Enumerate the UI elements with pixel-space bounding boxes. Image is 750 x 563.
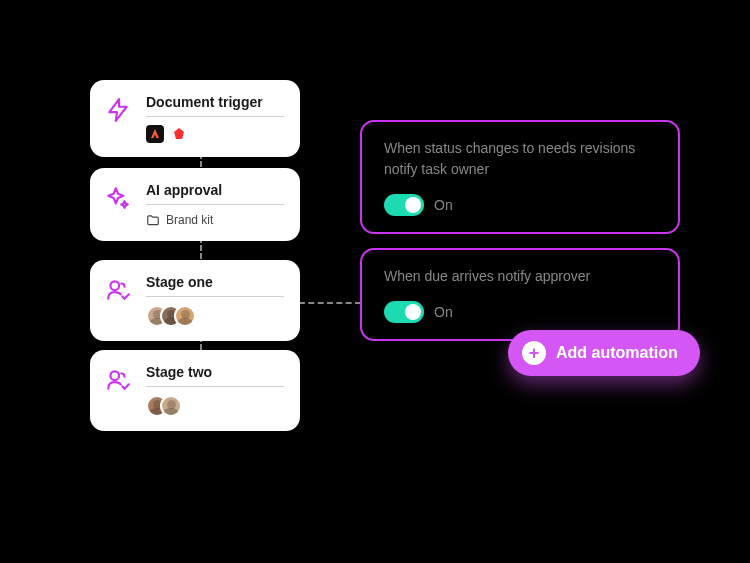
toggle-row: On: [384, 194, 656, 216]
svg-point-0: [110, 281, 119, 290]
automation-description: When status changes to needs revisions n…: [384, 138, 656, 180]
stage-content: Document trigger: [146, 94, 284, 143]
add-automation-button[interactable]: + Add automation: [508, 330, 700, 376]
stage-title: Stage one: [146, 274, 284, 297]
add-button-label: Add automation: [556, 344, 678, 362]
stage-card-trigger[interactable]: Document trigger: [90, 80, 300, 157]
user-check-icon: [104, 366, 132, 394]
stage-title: Stage two: [146, 364, 284, 387]
stage-meta: Brand kit: [146, 213, 284, 227]
stage-content: AI approval Brand kit: [146, 182, 284, 227]
stage-card-stage-two[interactable]: Stage two: [90, 350, 300, 431]
automation-card[interactable]: When status changes to needs revisions n…: [360, 120, 680, 234]
lightning-icon: [104, 96, 132, 124]
stage-meta: [146, 125, 284, 143]
toggle-row: On: [384, 301, 656, 323]
toggle-label: On: [434, 304, 453, 320]
stage-content: Stage two: [146, 364, 284, 417]
toggle-switch[interactable]: [384, 194, 424, 216]
stage-meta: [146, 395, 284, 417]
app-badge-gem: [170, 125, 188, 143]
folder-icon: [146, 213, 160, 227]
stage-card-stage-one[interactable]: Stage one: [90, 260, 300, 341]
toggle-label: On: [434, 197, 453, 213]
stage-title: Document trigger: [146, 94, 284, 117]
toggle-switch[interactable]: [384, 301, 424, 323]
avatar-group: [146, 305, 196, 327]
avatar: [160, 395, 182, 417]
automation-card[interactable]: When due arrives notify approver On: [360, 248, 680, 341]
stage-meta-label: Brand kit: [166, 213, 213, 227]
connector-line: [299, 302, 361, 304]
plus-icon: +: [522, 341, 546, 365]
sparkle-icon: [104, 184, 132, 212]
avatar-group: [146, 395, 182, 417]
stage-title: AI approval: [146, 182, 284, 205]
stage-meta: [146, 305, 284, 327]
stage-card-ai-approval[interactable]: AI approval Brand kit: [90, 168, 300, 241]
user-check-icon: [104, 276, 132, 304]
automation-description: When due arrives notify approver: [384, 266, 656, 287]
app-badge-a: [146, 125, 164, 143]
svg-point-1: [110, 371, 119, 380]
avatar: [174, 305, 196, 327]
stage-content: Stage one: [146, 274, 284, 327]
